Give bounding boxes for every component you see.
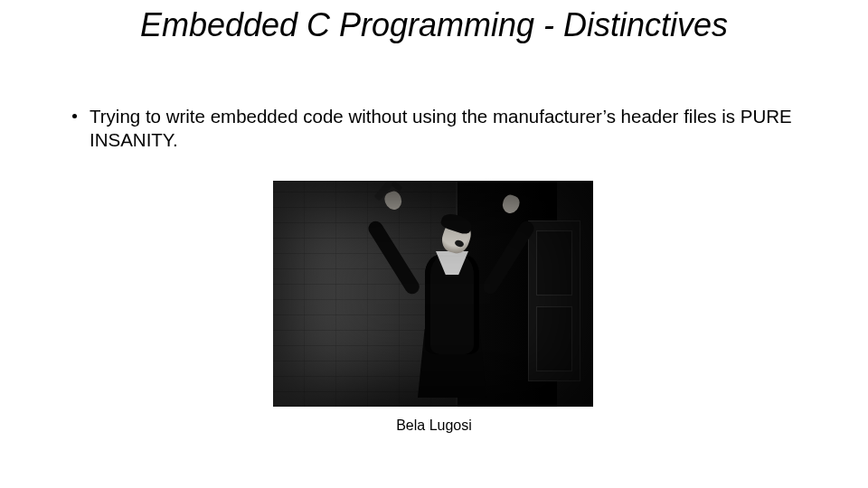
slide-title: Embedded C Programming - Distinctives: [0, 5, 868, 44]
bullet-text: Trying to write embedded code without us…: [90, 105, 814, 151]
slide-image: [273, 181, 593, 407]
bullet-item: Trying to write embedded code without us…: [72, 105, 814, 151]
slide: Embedded C Programming - Distinctives Tr…: [0, 0, 868, 488]
image-caption: Bela Lugosi: [0, 418, 868, 434]
bullet-dot-icon: [72, 114, 77, 118]
figure-man: [380, 193, 524, 403]
